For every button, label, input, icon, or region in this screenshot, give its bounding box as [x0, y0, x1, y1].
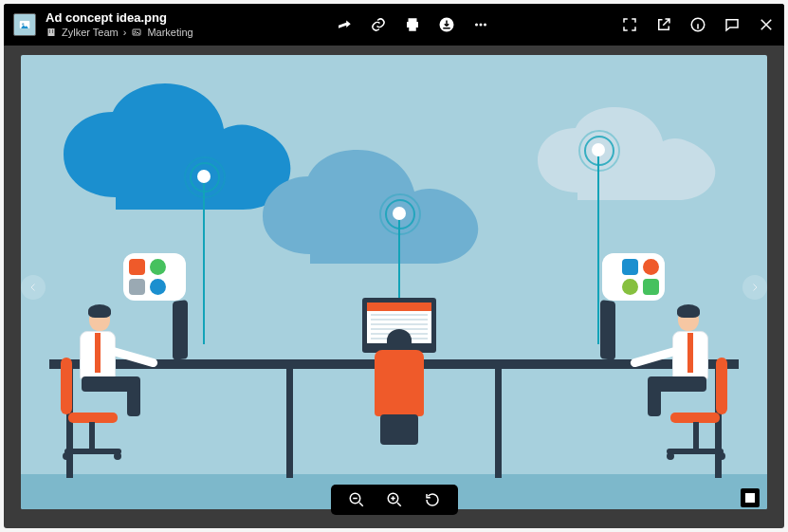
breadcrumb-folder[interactable]: Marketing — [147, 27, 192, 38]
person-center — [375, 329, 424, 443]
svg-rect-3 — [49, 30, 50, 31]
thought-bubble-right — [602, 253, 665, 301]
cloud-connector — [203, 178, 205, 344]
reset-icon[interactable] — [424, 491, 441, 508]
viewer-topbar: Ad concept idea.png Zylker Team › Market… — [4, 4, 784, 46]
link-icon[interactable] — [370, 16, 387, 33]
breadcrumb-separator: › — [123, 27, 127, 38]
prev-image-icon[interactable] — [21, 275, 46, 300]
zoom-in-icon[interactable] — [386, 491, 403, 508]
breadcrumb: Zylker Team › Marketing — [46, 27, 193, 38]
next-image-icon[interactable] — [742, 275, 767, 300]
info-icon[interactable] — [689, 16, 706, 33]
svg-point-1 — [22, 23, 24, 25]
folder-icon — [131, 27, 142, 38]
monitor-left — [173, 300, 188, 360]
svg-point-10 — [475, 24, 478, 27]
person-left — [76, 304, 171, 418]
thought-bubble-left — [123, 253, 186, 301]
file-title: Ad concept idea.png — [46, 11, 193, 25]
svg-rect-2 — [48, 28, 55, 36]
team-icon — [46, 27, 57, 38]
svg-point-11 — [479, 24, 482, 27]
print-icon[interactable] — [404, 16, 421, 33]
download-icon[interactable] — [438, 16, 455, 33]
cloud-node — [592, 143, 605, 156]
viewer-stage — [4, 46, 784, 528]
cloud-medium — [263, 145, 490, 268]
cloud-node — [197, 170, 211, 183]
svg-rect-4 — [52, 30, 53, 31]
close-icon[interactable] — [758, 16, 775, 33]
zoom-toolbar — [331, 485, 458, 515]
zoom-out-icon[interactable] — [348, 491, 365, 508]
cloud-node — [393, 207, 406, 220]
share-icon[interactable] — [336, 16, 353, 33]
cloud-small — [538, 107, 727, 202]
svg-rect-6 — [52, 32, 53, 33]
cloud-connector — [597, 152, 599, 344]
comment-icon[interactable] — [724, 16, 741, 33]
monitor-right — [600, 300, 615, 360]
file-thumbnail — [13, 13, 36, 36]
stop-slideshow-icon[interactable] — [741, 488, 760, 507]
fullscreen-icon[interactable] — [621, 16, 638, 33]
breadcrumb-team[interactable]: Zylker Team — [62, 27, 119, 38]
image-canvas — [21, 55, 767, 509]
svg-point-12 — [484, 24, 486, 27]
open-external-icon[interactable] — [655, 16, 672, 33]
more-icon[interactable] — [472, 16, 489, 33]
image-viewer: Ad concept idea.png Zylker Team › Market… — [4, 4, 784, 528]
svg-rect-5 — [49, 32, 50, 33]
person-right — [617, 304, 712, 418]
